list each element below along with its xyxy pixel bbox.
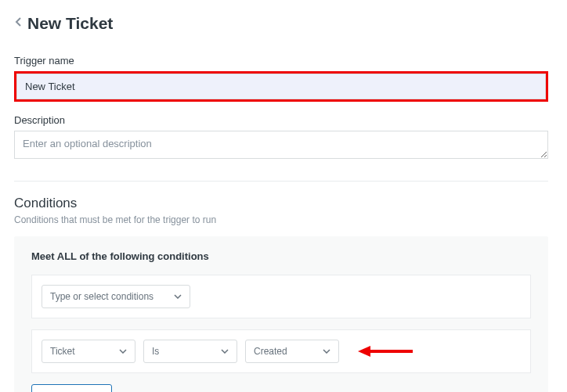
back-chevron-icon[interactable] (14, 16, 23, 31)
condition-value-dropdown[interactable]: Created (245, 340, 339, 363)
page-title: New Ticket (27, 14, 113, 33)
conditions-section-subtitle: Conditions that must be met for the trig… (14, 214, 548, 225)
trigger-name-label: Trigger name (14, 55, 548, 67)
condition-type-placeholder: Type or select conditions (50, 291, 153, 302)
arrow-annotation (358, 344, 413, 358)
condition-operator-dropdown[interactable]: Is (143, 340, 237, 363)
description-textarea[interactable] (14, 131, 548, 159)
chevron-down-icon (174, 294, 182, 299)
add-condition-button[interactable]: Add condition (31, 384, 112, 392)
conditions-panel: Meet ALL of the following conditions Typ… (14, 236, 548, 392)
condition-value-text: Created (254, 346, 287, 357)
condition-selector-row: Type or select conditions (31, 275, 531, 318)
condition-row: Ticket Is Created (31, 329, 531, 373)
conditions-section-title: Conditions (14, 196, 548, 211)
chevron-down-icon (221, 349, 229, 354)
arrow-left-icon (358, 344, 413, 358)
section-divider (14, 181, 548, 182)
conditions-all-heading: Meet ALL of the following conditions (31, 250, 531, 262)
chevron-down-icon (119, 349, 127, 354)
condition-type-dropdown[interactable]: Type or select conditions (42, 285, 190, 308)
condition-field-dropdown[interactable]: Ticket (42, 340, 135, 363)
chevron-down-icon (323, 349, 330, 354)
condition-field-value: Ticket (50, 346, 75, 357)
trigger-name-input[interactable] (16, 74, 546, 99)
condition-operator-value: Is (152, 346, 159, 357)
trigger-name-highlight (14, 71, 548, 102)
svg-marker-1 (358, 346, 370, 357)
description-label: Description (14, 114, 548, 126)
